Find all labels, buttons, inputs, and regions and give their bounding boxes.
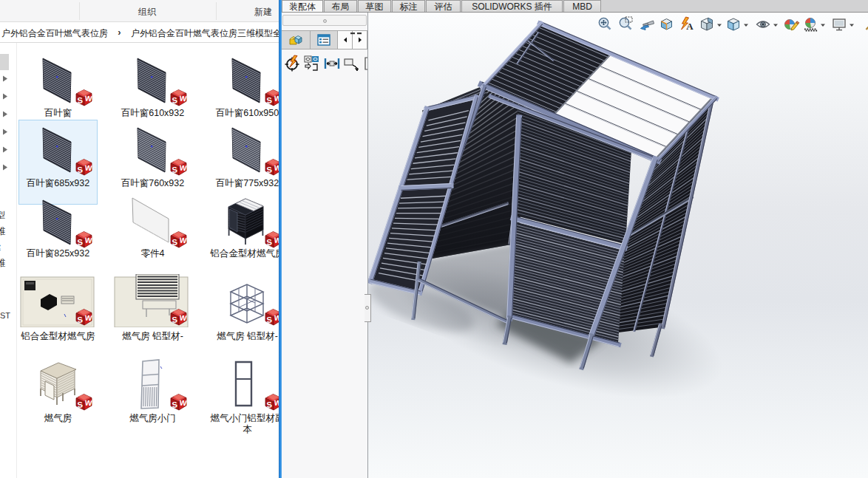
scroll-left-icon <box>338 33 353 47</box>
clipped-edge-icon[interactable] <box>861 16 868 33</box>
tolerance-status-icon[interactable] <box>324 55 340 72</box>
svg-text:S: S <box>266 400 273 409</box>
zoom-fit-icon[interactable] <box>597 16 613 33</box>
svg-text:W: W <box>274 314 279 323</box>
file-item[interactable]: SW燃气房 铝型材- <box>113 270 192 358</box>
panel-tab-feature-tree-icon[interactable] <box>311 31 338 49</box>
solidworks-badge-icon: SW <box>169 158 188 176</box>
file-label: 铝合金型材燃气房 <box>21 331 95 342</box>
file-item[interactable]: SW燃气房 铝型材- <box>208 270 279 358</box>
svg-text:S: S <box>266 315 273 324</box>
tree-item-fragment[interactable]: ST <box>0 311 10 320</box>
tree-expander-icon[interactable] <box>2 75 8 82</box>
svg-text:S: S <box>77 237 84 247</box>
svg-text:W: W <box>84 236 92 245</box>
panel-splitter-handle[interactable] <box>365 294 371 322</box>
solidworks-badge-icon: SW <box>75 89 93 106</box>
tree-item-fragment[interactable]: 型 <box>0 209 5 222</box>
pair-tolerance-icon[interactable] <box>304 55 320 72</box>
file-label: 燃气房 <box>21 413 95 424</box>
graphics-viewport[interactable]: A <box>368 13 868 478</box>
file-item[interactable]: SW铝合金型材燃气房 <box>208 192 279 275</box>
solidworks-badge-icon: SW <box>75 158 93 176</box>
annotation-views-icon[interactable]: A <box>679 16 695 33</box>
ribbon-tab-layout[interactable]: 布局 <box>324 0 357 12</box>
assembly-3d-model[interactable] <box>368 13 868 478</box>
solidworks-badge-icon: SW <box>75 308 93 326</box>
tree-item-fragment[interactable]: 维 <box>0 257 5 270</box>
breadcrumb-parent[interactable]: 户外铝合金百叶燃气表位房 <box>1 27 108 40</box>
dropdown-caret-icon[interactable] <box>849 23 855 27</box>
ribbon-tab-sketch[interactable]: 草图 <box>358 0 391 12</box>
file-item[interactable]: SW零件4 <box>113 192 192 275</box>
svg-text:W: W <box>179 399 187 408</box>
organize-group-label[interactable]: 组织 <box>138 6 156 18</box>
feature-tree-icon <box>316 33 331 47</box>
view-settings-icon[interactable] <box>831 16 847 33</box>
dropdown-caret-icon[interactable] <box>743 23 749 27</box>
dropdown-caret-icon[interactable] <box>773 23 779 27</box>
tree-expander-icon[interactable] <box>2 146 8 153</box>
new-group-label[interactable]: 新建 <box>254 6 272 18</box>
svg-text:W: W <box>274 95 279 103</box>
scroll-right-icon <box>353 33 367 47</box>
previous-view-icon[interactable] <box>638 16 654 33</box>
section-view-icon[interactable] <box>658 16 674 33</box>
svg-text:W: W <box>179 164 187 173</box>
file-item[interactable]: SW燃气小门铝型材副本 <box>208 355 279 440</box>
breadcrumb-current[interactable]: 户外铝合金百叶燃气表位房三维模型全套 <box>131 27 279 40</box>
file-item[interactable]: SW铝合金型材燃气房 <box>18 270 98 358</box>
ribbon-tab-mbd[interactable]: MBD <box>563 0 601 12</box>
svg-text:W: W <box>84 95 92 103</box>
svg-text:S: S <box>266 237 273 247</box>
splitter-dot-icon <box>365 306 369 310</box>
solidworks-badge-icon: SW <box>169 308 188 326</box>
svg-text:S: S <box>172 400 178 409</box>
solidworks-badge-icon: SW <box>169 89 188 106</box>
tree-expander-icon[interactable] <box>2 164 8 171</box>
file-item[interactable]: SW百叶窗825x932 <box>18 192 98 275</box>
view-orientation-icon[interactable] <box>699 16 715 33</box>
dropdown-caret-icon[interactable] <box>716 23 722 27</box>
ribbon-tab-annotation[interactable]: 标注 <box>392 0 425 12</box>
file-label: 百叶窗610x950 <box>210 108 279 119</box>
svg-text:S: S <box>77 95 84 105</box>
file-label: 百叶窗610x932 <box>115 108 190 119</box>
svg-text:W: W <box>274 236 279 245</box>
breadcrumb[interactable]: 户外铝合金百叶燃气表位房 › 户外铝合金百叶燃气表位房三维模型全套 <box>0 22 279 43</box>
edit-appearance-icon[interactable] <box>784 16 800 33</box>
group-separator <box>216 2 217 20</box>
display-style-icon[interactable] <box>725 16 742 33</box>
tree-expander-icon[interactable] <box>2 111 8 117</box>
desktop: 组织 新建 户外铝合金百叶燃气表位房 › 户外铝合金百叶燃气表位房三维模型全套 … <box>0 0 868 478</box>
tree-item-fragment[interactable]: 纟 <box>0 242 5 254</box>
file-item[interactable]: SW燃气房 <box>18 355 98 440</box>
heads-up-view-toolbar: A <box>368 13 868 47</box>
tree-expander-icon[interactable] <box>2 129 8 135</box>
svg-text:W: W <box>274 399 279 408</box>
svg-text:W: W <box>179 95 187 103</box>
solidworks-badge-icon: SW <box>169 393 188 411</box>
ribbon-tab-evaluate[interactable]: 评估 <box>426 0 461 12</box>
file-item[interactable]: SW燃气房小门 <box>113 355 192 440</box>
ribbon-tab-assembly[interactable]: 装配体 <box>282 0 323 12</box>
collapsed-command-manager[interactable] <box>282 15 367 26</box>
auto-dimension-icon[interactable] <box>285 55 301 72</box>
tree-item-fragment[interactable]: 维 <box>0 225 5 238</box>
solidworks-badge-icon: SW <box>264 89 279 106</box>
dropdown-caret-icon[interactable] <box>820 23 826 27</box>
nav-scroll-thumb[interactable] <box>0 54 9 70</box>
apply-scene-icon[interactable] <box>802 16 818 33</box>
ribbon-tab-solidworks-addins[interactable]: SOLIDWORKS 插件 <box>461 0 563 12</box>
tree-expander-icon[interactable] <box>2 93 8 100</box>
expand-dot-icon[interactable] <box>323 19 327 23</box>
file-label: 燃气房 铝型材- <box>115 331 190 342</box>
panel-tab-assembly-part-icon[interactable] <box>282 31 311 49</box>
solidworks-badge-icon: SW <box>264 231 279 248</box>
zoom-area-icon[interactable] <box>617 16 634 33</box>
copy-scheme-icon[interactable] <box>343 55 359 72</box>
hide-show-icon[interactable] <box>755 16 771 33</box>
svg-text:S: S <box>172 315 178 324</box>
group-separator <box>79 2 80 20</box>
svg-text:A: A <box>686 21 694 32</box>
